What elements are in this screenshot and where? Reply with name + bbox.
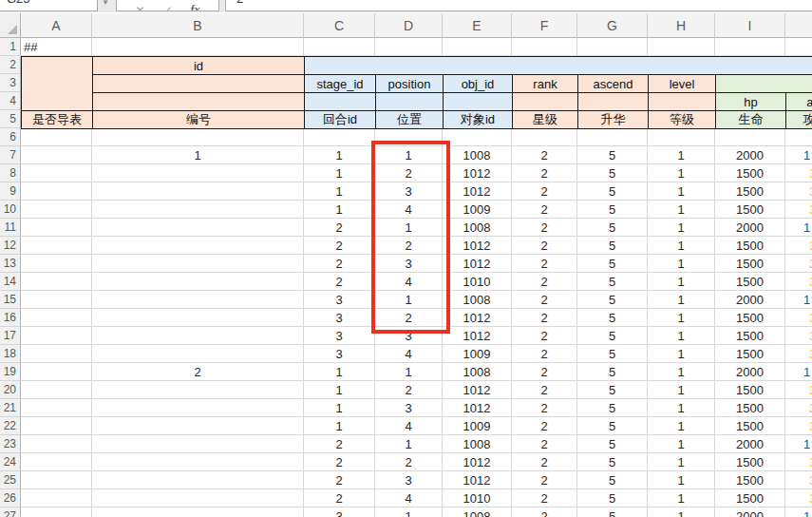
cell[interactable]: 2: [512, 381, 577, 399]
cell[interactable]: 1008: [443, 219, 512, 237]
cell[interactable]: [92, 327, 304, 345]
row-header-4[interactable]: 4: [0, 92, 21, 110]
column-header-E[interactable]: E: [443, 13, 512, 38]
cell[interactable]: 3: [785, 453, 812, 471]
cell[interactable]: 5: [577, 435, 648, 453]
cell[interactable]: 1008: [443, 507, 512, 517]
cell[interactable]: 2000: [715, 291, 785, 309]
cell[interactable]: 1: [648, 345, 715, 363]
cell[interactable]: 1500: [715, 182, 785, 201]
cell[interactable]: 3: [304, 291, 375, 309]
cell[interactable]: [21, 309, 92, 327]
cell[interactable]: 1012: [443, 471, 512, 489]
row-header-19[interactable]: 19: [0, 363, 21, 381]
cell[interactable]: 2: [304, 453, 375, 471]
cell[interactable]: 1: [785, 507, 812, 517]
cell[interactable]: ##: [21, 38, 92, 56]
cell[interactable]: 3: [785, 309, 812, 327]
cell[interactable]: 1010: [443, 489, 512, 507]
cell[interactable]: 1500: [715, 327, 785, 345]
cell[interactable]: 1: [648, 146, 715, 164]
cell[interactable]: 1: [648, 435, 715, 453]
cell[interactable]: 2000: [715, 146, 785, 164]
cell[interactable]: 3: [785, 399, 812, 417]
cell-j5-atk-cn[interactable]: 攻击: [785, 110, 812, 129]
cell[interactable]: 2: [512, 363, 577, 381]
cell-e5-object-id-cn[interactable]: 对象id: [443, 110, 513, 129]
cell[interactable]: 5: [577, 453, 648, 471]
cell[interactable]: 2: [512, 255, 577, 273]
cell[interactable]: [512, 128, 577, 146]
cell[interactable]: 2: [512, 327, 577, 345]
cell[interactable]: 1: [648, 255, 715, 273]
row-header-10[interactable]: 10: [0, 201, 21, 219]
cell[interactable]: 1: [648, 327, 715, 345]
cell[interactable]: 3: [785, 345, 812, 363]
cell[interactable]: 2000: [715, 435, 785, 453]
row-header-1[interactable]: 1: [0, 38, 21, 56]
cell[interactable]: 2: [512, 309, 577, 327]
row-header-13[interactable]: 13: [0, 255, 21, 273]
cell[interactable]: 1009: [443, 201, 512, 219]
cell[interactable]: [21, 507, 92, 517]
cell[interactable]: 1: [648, 164, 715, 182]
cell[interactable]: [785, 128, 812, 146]
cell[interactable]: 5: [577, 309, 648, 327]
row-header-14[interactable]: 14: [0, 273, 21, 291]
cell[interactable]: 1: [648, 237, 715, 255]
cell[interactable]: 2: [512, 489, 577, 507]
cell[interactable]: [21, 146, 92, 164]
cell[interactable]: [21, 164, 92, 182]
cell[interactable]: 1500: [715, 417, 785, 435]
cell[interactable]: 1: [375, 363, 443, 381]
row-header-22[interactable]: 22: [0, 417, 21, 435]
cell[interactable]: 3: [785, 164, 812, 182]
cell[interactable]: 1: [785, 363, 812, 381]
cell[interactable]: 2000: [715, 507, 785, 517]
cell[interactable]: 1500: [715, 489, 785, 507]
cell[interactable]: [92, 453, 304, 471]
cell[interactable]: 2: [512, 273, 577, 291]
row-header-2[interactable]: 2: [0, 56, 21, 74]
cell[interactable]: [21, 327, 92, 345]
cell[interactable]: [92, 201, 304, 219]
cell[interactable]: 5: [577, 219, 648, 237]
cell[interactable]: [92, 507, 304, 517]
cell[interactable]: [304, 128, 375, 146]
cell[interactable]: [21, 255, 92, 273]
cell-h3-level[interactable]: level: [648, 74, 716, 93]
cell[interactable]: [21, 471, 92, 489]
row-header-25[interactable]: 25: [0, 471, 21, 489]
fx-icon[interactable]: fx: [191, 3, 200, 11]
cell-f5-star[interactable]: 星级: [512, 110, 578, 129]
cell[interactable]: 5: [577, 291, 648, 309]
cell-f3-rank[interactable]: rank: [512, 74, 578, 93]
cell[interactable]: [92, 164, 304, 182]
row-header-21[interactable]: 21: [0, 399, 21, 417]
cell-c2-j2-band[interactable]: [304, 56, 812, 75]
row-header-9[interactable]: 9: [0, 182, 21, 201]
row-header-15[interactable]: 15: [0, 291, 21, 309]
cell-a5-export-flag[interactable]: 是否导表: [21, 110, 93, 129]
row-header-3[interactable]: 3: [0, 74, 21, 92]
row-header-7[interactable]: 7: [0, 146, 21, 164]
cell[interactable]: [648, 38, 715, 56]
cell[interactable]: 1: [785, 146, 812, 164]
column-header-F[interactable]: F: [512, 13, 577, 38]
cell[interactable]: 2: [304, 219, 375, 237]
cell[interactable]: 1500: [715, 255, 785, 273]
cell[interactable]: 3: [785, 417, 812, 435]
row-header-18[interactable]: 18: [0, 345, 21, 363]
cell-f4[interactable]: [512, 92, 578, 111]
cell[interactable]: 5: [577, 327, 648, 345]
cell[interactable]: 2: [304, 435, 375, 453]
cell[interactable]: 1: [304, 146, 375, 164]
select-all-button[interactable]: [0, 13, 21, 38]
cell[interactable]: [443, 38, 512, 56]
cell[interactable]: 1010: [443, 273, 512, 291]
cell[interactable]: [21, 417, 92, 435]
cell[interactable]: [21, 182, 92, 201]
cell[interactable]: 5: [577, 363, 648, 381]
cell[interactable]: 3: [785, 327, 812, 345]
cell[interactable]: 5: [577, 399, 648, 417]
